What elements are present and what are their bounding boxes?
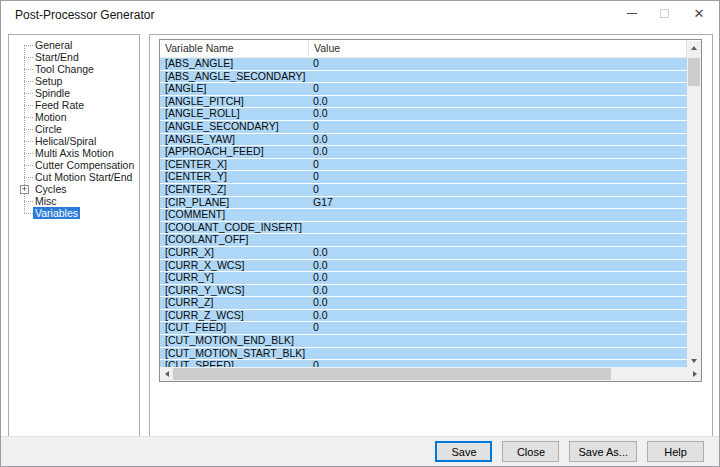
value-cell: 0.0 [309, 247, 687, 259]
tree-item-circle[interactable]: Circle [9, 123, 139, 135]
tree-item-misc[interactable]: Misc [9, 195, 139, 207]
tree-item-tool-change[interactable]: Tool Change [9, 63, 139, 75]
table-row[interactable]: [CUT_SPEED]0 [160, 360, 687, 367]
tree-item-feed-rate[interactable]: Feed Rate [9, 99, 139, 111]
titlebar: Post-Processor Generator ✕ [1, 1, 719, 31]
table-row[interactable]: [ABS_ANGLE]0 [160, 58, 687, 70]
tree-item-label: Setup [33, 75, 64, 87]
tree-item-spindle[interactable]: Spindle [9, 87, 139, 99]
variable-name-cell: [CUT_FEED] [160, 322, 309, 334]
window-title: Post-Processor Generator [15, 8, 154, 22]
tree-item-general[interactable]: General [9, 39, 139, 51]
maximize-icon [660, 9, 669, 18]
tree-item-motion[interactable]: Motion [9, 111, 139, 123]
vertical-scrollbar[interactable] [687, 41, 701, 367]
table-row[interactable]: [APPROACH_FEED]0.0 [160, 146, 687, 158]
variable-name-cell: [CURR_Z] [160, 297, 309, 309]
variable-name-cell: [CUT_SPEED] [160, 360, 309, 367]
tree-item-label: Multi Axis Motion [33, 147, 116, 159]
table-row[interactable]: [CURR_X]0.0 [160, 247, 687, 259]
tree-branch-line [24, 153, 33, 154]
variable-name-cell: [CURR_X_WCS] [160, 260, 309, 272]
tree-item-label: Misc [33, 195, 59, 207]
value-cell: 0 [309, 360, 687, 367]
tree-item-cutter-compensation[interactable]: Cutter Compensation [9, 159, 139, 171]
table-row[interactable]: [COMMENT] [160, 209, 687, 221]
table-row[interactable]: [CUT_MOTION_END_BLK] [160, 335, 687, 347]
close-button[interactable]: Close [502, 441, 559, 462]
variable-name-cell: [CENTER_X] [160, 159, 309, 171]
table-row[interactable]: [CUT_MOTION_START_BLK] [160, 348, 687, 360]
tree-item-label: Tool Change [33, 63, 96, 75]
value-cell [309, 335, 687, 347]
table-row[interactable]: [CURR_Y]0.0 [160, 272, 687, 284]
tree-branch-line [24, 45, 33, 46]
arrow-left-icon [165, 371, 169, 377]
vertical-scrollbar-thumb[interactable] [688, 58, 700, 86]
tree-item-variables[interactable]: Variables [9, 207, 139, 219]
scroll-up-button[interactable] [687, 41, 701, 54]
table-row[interactable]: [CENTER_Y]0 [160, 171, 687, 183]
save-as-button[interactable]: Save As... [569, 441, 637, 462]
variable-name-cell: [CENTER_Y] [160, 171, 309, 183]
value-cell: 0.0 [309, 146, 687, 158]
table-row[interactable]: [ABS_ANGLE_SECONDARY] [160, 71, 687, 83]
scroll-left-button[interactable] [160, 367, 173, 381]
column-header-variable-name[interactable]: Variable Name [160, 40, 309, 57]
table-row[interactable]: [CENTER_Z]0 [160, 184, 687, 196]
table-row[interactable]: [ANGLE_SECONDARY]0 [160, 121, 687, 133]
table-row[interactable]: [ANGLE_YAW]0.0 [160, 134, 687, 146]
tree-item-helical-spiral[interactable]: Helical/Spiral [9, 135, 139, 147]
value-cell: 0 [309, 58, 687, 70]
value-cell: 0 [309, 121, 687, 133]
value-cell: 0.0 [309, 96, 687, 108]
table-row[interactable]: [CURR_Z]0.0 [160, 297, 687, 309]
tree-branch-line [24, 57, 33, 58]
tree-item-cut-motion-start-end[interactable]: Cut Motion Start/End [9, 171, 139, 183]
table-row[interactable]: [CURR_Z_WCS]0.0 [160, 310, 687, 322]
table-row[interactable]: [CENTER_X]0 [160, 159, 687, 171]
tree-item-cycles[interactable]: +Cycles [9, 183, 139, 195]
category-tree: GeneralStart/EndTool ChangeSetupSpindleF… [9, 35, 139, 219]
save-button[interactable]: Save [435, 441, 492, 462]
scroll-right-button[interactable] [688, 367, 701, 381]
tree-branch-line [24, 105, 33, 106]
minimize-button[interactable] [617, 1, 647, 25]
table-row[interactable]: [ANGLE]0 [160, 83, 687, 95]
expand-plus-icon[interactable]: + [20, 185, 29, 194]
close-icon: ✕ [694, 6, 705, 21]
table-row[interactable]: [CUT_FEED]0 [160, 322, 687, 334]
help-button[interactable]: Help [647, 441, 704, 462]
column-header-value[interactable]: Value [309, 40, 687, 57]
table-row[interactable]: [COOLANT_CODE_INSERT] [160, 222, 687, 234]
variable-name-cell: [APPROACH_FEED] [160, 146, 309, 158]
value-cell: 0.0 [309, 272, 687, 284]
tree-item-label: Helical/Spiral [33, 135, 98, 147]
horizontal-scrollbar-thumb[interactable] [173, 368, 611, 380]
tree-item-multi-axis-motion[interactable]: Multi Axis Motion [9, 147, 139, 159]
tree-item-label: Variables [33, 207, 80, 219]
tree-item-label: Motion [33, 111, 69, 123]
variable-name-cell: [CURR_Z_WCS] [160, 310, 309, 322]
tree-item-start-end[interactable]: Start/End [9, 51, 139, 63]
tree-item-label: Start/End [33, 51, 81, 63]
close-button[interactable]: ✕ [684, 1, 714, 25]
post-processor-generator-dialog: Post-Processor Generator ✕ GeneralStart/… [0, 0, 720, 467]
variable-name-cell: [CURR_X] [160, 247, 309, 259]
horizontal-scrollbar[interactable] [160, 367, 701, 381]
variable-name-cell: [ANGLE_YAW] [160, 134, 309, 146]
variable-name-cell: [ANGLE_PITCH] [160, 96, 309, 108]
tree-branch-line [24, 129, 33, 130]
variables-table: Variable NameValue [ABS_ANGLE]0[ABS_ANGL… [159, 39, 702, 382]
value-cell: G17 [309, 197, 687, 209]
minimize-icon [627, 13, 637, 14]
tree-branch-line [24, 201, 33, 202]
table-row[interactable]: [ANGLE_PITCH]0.0 [160, 96, 687, 108]
table-row[interactable]: [COOLANT_OFF] [160, 234, 687, 246]
table-row[interactable]: [ANGLE_ROLL]0.0 [160, 108, 687, 120]
tree-item-setup[interactable]: Setup [9, 75, 139, 87]
table-row[interactable]: [CURR_Y_WCS]0.0 [160, 285, 687, 297]
table-row[interactable]: [CURR_X_WCS]0.0 [160, 260, 687, 272]
scroll-down-button[interactable] [687, 354, 701, 367]
table-row[interactable]: [CIR_PLANE]G17 [160, 197, 687, 209]
